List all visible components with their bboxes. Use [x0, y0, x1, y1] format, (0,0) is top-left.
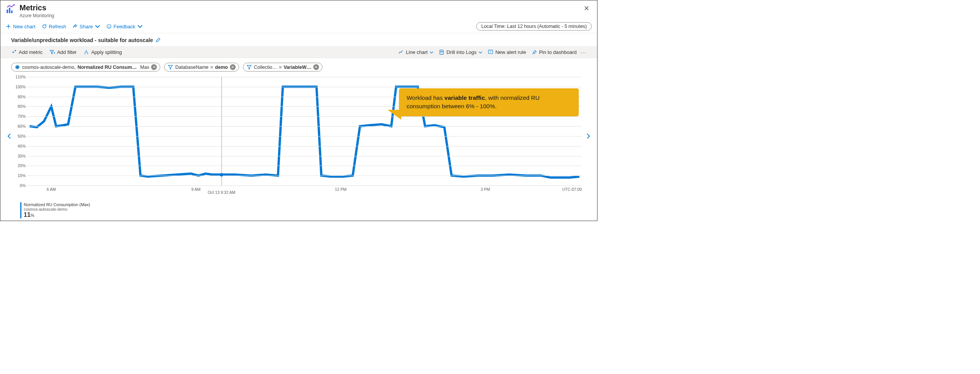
svg-rect-0 [7, 10, 8, 13]
timezone-label: UTC-07:00 [562, 187, 582, 192]
svg-point-6 [109, 26, 110, 26]
y-tick-label: 20% [18, 163, 27, 168]
legend[interactable]: Normalized RU Consumption (Max) cosmos-a… [20, 202, 90, 218]
chevron-down-icon [137, 24, 143, 29]
next-chart-button[interactable] [583, 77, 590, 195]
legend-value: 11 [24, 211, 31, 218]
edit-icon[interactable] [155, 37, 161, 43]
more-button[interactable]: ··· [580, 49, 586, 55]
cursor-dot [220, 173, 223, 176]
chart-canvas[interactable]: 0%10%20%30%40%50%60%70%80%90%100%110%Oct… [14, 77, 583, 195]
chevron-down-icon [430, 50, 433, 54]
svg-point-5 [108, 26, 108, 26]
close-button[interactable]: ✕ [581, 3, 592, 13]
smiley-icon [106, 24, 112, 29]
x-axis: UTC-07:00 6 AM9 AM12 PM3 PM [27, 187, 582, 195]
share-button[interactable]: Share [72, 24, 100, 29]
y-tick-label: 60% [18, 124, 27, 128]
prev-chart-button[interactable] [7, 77, 14, 195]
sparkle-plus-icon [11, 49, 17, 55]
plus-icon [6, 24, 11, 29]
clear-icon[interactable]: ✕ [313, 64, 319, 70]
svg-rect-2 [11, 10, 13, 13]
page-title: Metrics [20, 3, 581, 12]
x-tick-label: 12 PM [335, 187, 346, 192]
drill-logs-button[interactable]: Drill into Logs [439, 49, 482, 55]
filter-icon [246, 64, 252, 70]
y-tick-label: 0% [20, 183, 27, 188]
chevron-right-icon [586, 133, 590, 139]
new-alert-button[interactable]: New alert rule [488, 49, 526, 55]
y-tick-label: 110% [15, 75, 27, 79]
scope-icon [15, 64, 20, 70]
legend-series-name: Normalized RU Consumption (Max) [24, 202, 90, 207]
annotation-callout: Workload has variable traffic, with norm… [399, 88, 579, 116]
x-tick-label: 3 PM [481, 187, 490, 192]
split-icon [83, 49, 89, 55]
chart-title: Variable/unpredictable workload - suitab… [11, 37, 153, 43]
add-filter-button[interactable]: Add filter [49, 49, 77, 55]
page-header: Metrics Azure Monitoring ✕ [0, 0, 597, 20]
time-range-picker[interactable]: Local Time: Last 12 hours (Automatic - 5… [476, 22, 592, 31]
metrics-icon [6, 4, 16, 15]
chevron-down-icon [479, 50, 482, 54]
chart-area: 0%10%20%30%40%50%60%70%80%90%100%110%Oct… [7, 77, 590, 195]
y-tick-label: 40% [18, 144, 27, 148]
metric-pill[interactable]: cosmos-autoscale-demo, Normalized RU Con… [11, 63, 160, 72]
alert-icon [488, 49, 493, 55]
y-tick-label: 10% [18, 173, 27, 178]
feedback-button[interactable]: Feedback [106, 24, 143, 29]
y-tick-label: 100% [15, 85, 27, 89]
filter-pill-collection[interactable]: Collectio… = VariableW… ✕ [243, 63, 322, 72]
pin-button[interactable]: Pin to dashboard [531, 49, 576, 55]
new-chart-button[interactable]: New chart [6, 24, 36, 29]
command-bar: New chart Refresh Share Feedback Local T… [0, 20, 597, 33]
filter-pill-row: cosmos-autoscale-demo, Normalized RU Con… [0, 58, 597, 75]
cursor-line [221, 77, 222, 185]
clear-icon[interactable]: ✕ [151, 64, 157, 70]
svg-point-4 [107, 24, 111, 29]
apply-splitting-button[interactable]: Apply splitting [83, 49, 122, 55]
y-tick-label: 50% [18, 134, 27, 138]
legend-scope: cosmos-autoscale-demo [24, 207, 90, 211]
add-metric-button[interactable]: Add metric [11, 49, 42, 55]
chart-toolbar: Add metric Add filter Apply splitting Li… [0, 46, 597, 58]
filter-plus-icon [49, 49, 55, 55]
y-tick-label: 30% [18, 154, 27, 158]
logs-icon [439, 49, 444, 55]
clear-icon[interactable]: ✕ [230, 64, 236, 70]
share-icon [72, 24, 78, 29]
pin-icon [531, 49, 537, 55]
line-chart-icon [398, 49, 404, 55]
chevron-down-icon [95, 24, 100, 29]
x-tick-label: 6 AM [47, 187, 56, 192]
filter-icon [168, 64, 173, 70]
chevron-left-icon [7, 133, 11, 139]
refresh-icon [42, 24, 47, 29]
page-subtitle: Azure Monitoring [20, 13, 581, 18]
refresh-button[interactable]: Refresh [42, 24, 67, 29]
chart-title-row: Variable/unpredictable workload - suitab… [0, 33, 597, 46]
filter-pill-database[interactable]: DatabaseName = demo ✕ [164, 63, 239, 72]
y-tick-label: 90% [18, 94, 27, 99]
svg-rect-1 [9, 8, 10, 13]
x-tick-label: 9 AM [191, 187, 200, 192]
y-tick-label: 70% [18, 114, 27, 119]
y-tick-label: 80% [18, 104, 27, 109]
chart-type-picker[interactable]: Line chart [398, 49, 433, 55]
